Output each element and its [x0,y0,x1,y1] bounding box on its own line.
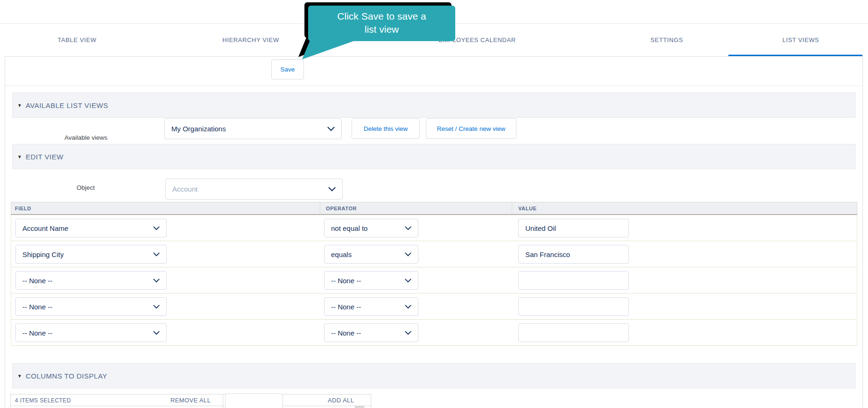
value-input[interactable] [518,323,629,342]
chevron-down-icon [327,127,335,131]
operator-value: not equal to [331,224,367,232]
field-value: -- None -- [22,303,52,311]
available-views-label: Available views [64,134,107,141]
field-select[interactable]: Account Name [15,219,167,237]
picklist-header-divider [11,406,372,406]
filter-row: -- None -- -- None -- [11,267,857,293]
chevron-down-icon [328,187,336,192]
filter-row: Shipping City equals [11,241,857,267]
filter-col-value: VALUE [518,206,536,211]
filter-row: -- None -- -- None -- [11,320,857,346]
chevron-down-icon [153,305,160,309]
add-all-button[interactable]: ADD ALL [328,397,354,404]
field-select[interactable]: -- None -- [15,297,167,316]
field-select[interactable]: -- None -- [15,271,167,290]
field-select[interactable]: Shipping City [15,245,167,264]
operator-select[interactable]: -- None -- [324,323,418,342]
chevron-down-icon [153,279,160,283]
columns-picklist: 4 ITEMS SELECTED REMOVE ALL ADD ALL ↕ AC… [10,394,371,408]
object-selected-value: Account [172,185,198,193]
value-input[interactable] [518,297,629,316]
reset-create-view-button[interactable]: Reset / Create new view [426,118,516,139]
chevron-down-icon [405,279,411,283]
operator-select[interactable]: -- None -- [324,297,418,316]
caret-down-icon: ▼ [17,103,22,108]
value-input[interactable] [518,271,629,290]
field-value: Account Name [22,224,68,232]
value-input[interactable] [518,245,629,264]
operator-value: -- None -- [331,277,361,285]
tab-table-view[interactable]: TABLE VIEW [57,36,96,43]
filter-col-operator: OPERATOR [326,206,357,211]
save-row-divider [5,86,863,86]
section-title: EDIT VIEW [26,153,64,161]
chevron-down-icon [405,331,411,335]
filter-col-field: FIELD [15,206,31,211]
caret-down-icon: ▼ [17,373,22,379]
columns-search-input[interactable] [225,394,283,408]
operator-select[interactable]: not equal to [324,219,418,237]
operator-select[interactable]: equals [324,245,418,264]
value-input[interactable] [518,219,629,237]
scrollbar-thumb[interactable] [355,406,364,408]
available-views-selected-value: My Organizations [171,125,226,133]
chevron-down-icon [405,252,411,257]
filter-row: -- None -- -- None -- [11,293,857,320]
field-select[interactable]: -- None -- [15,323,167,342]
section-title: COLUMNS TO DISPLAY [26,372,107,380]
chevron-down-icon [153,252,160,257]
filter-rows: Account Name not equal to Shipping City … [11,215,857,346]
caret-down-icon: ▼ [17,154,22,159]
chevron-down-icon [405,305,411,309]
header-column-divider [512,202,512,215]
operator-value: equals [331,251,352,258]
operator-value: -- None -- [331,303,361,311]
section-header-edit-view[interactable]: ▼ EDIT VIEW [12,144,855,169]
tab-list-views[interactable]: LIST VIEWS [783,36,819,43]
tooltip-text-line1: Click Save to save a [308,10,455,23]
tooltip-text-line2: list view [308,23,455,36]
chevron-down-icon [153,331,160,335]
available-views-select[interactable]: My Organizations [164,118,342,139]
chevron-down-icon [405,226,411,230]
section-title: AVAILABLE LIST VIEWS [26,101,108,109]
field-value: -- None -- [22,329,52,337]
tab-settings[interactable]: SETTINGS [650,36,683,43]
operator-select[interactable]: -- None -- [324,271,418,290]
field-value: -- None -- [22,277,52,285]
tooltip-callout: Click Save to save a list view [308,6,455,41]
operator-value: -- None -- [331,329,361,337]
section-header-available-list-views[interactable]: ▼ AVAILABLE LIST VIEWS [12,93,855,118]
object-label: Object [77,184,95,191]
field-value: Shipping City [22,251,64,258]
remove-all-button[interactable]: REMOVE ALL [170,397,211,404]
section-header-columns-to-display[interactable]: ▼ COLUMNS TO DISPLAY [12,363,855,388]
tab-hierarchy-view[interactable]: HIERARCHY VIEW [222,36,279,43]
header-column-divider [320,202,320,215]
items-selected-count: 4 ITEMS SELECTED [15,397,71,404]
chevron-down-icon [153,226,160,230]
object-select[interactable]: Account [165,179,343,200]
filter-table-header: FIELD OPERATOR VALUE [11,202,857,215]
filter-row: Account Name not equal to [11,215,857,241]
delete-view-button[interactable]: Delete this view [352,118,420,139]
